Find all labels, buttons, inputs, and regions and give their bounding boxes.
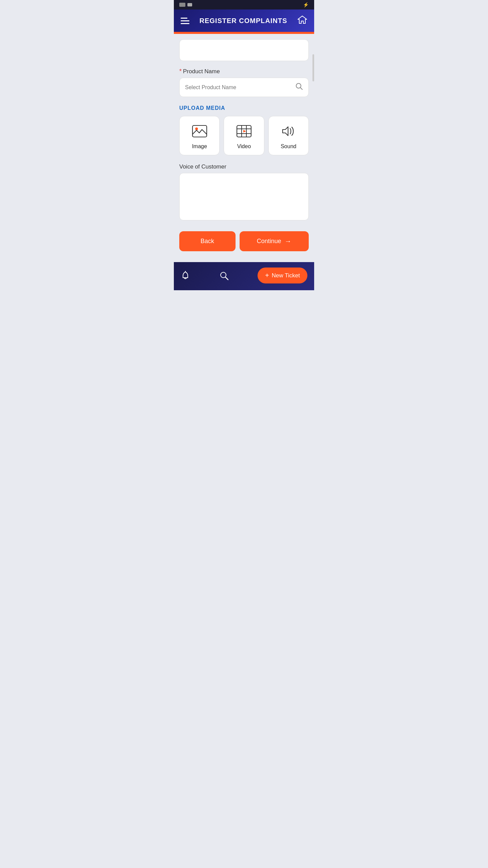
product-name-input-wrapper[interactable] (179, 78, 309, 97)
page-title: REGISTER COMPLAINTS (199, 17, 287, 25)
product-name-text: Product Name (183, 68, 220, 75)
voc-textarea[interactable] (179, 173, 309, 220)
new-ticket-label: New Ticket (272, 272, 300, 279)
sound-upload-button[interactable]: Sound (268, 116, 309, 155)
product-search-icon[interactable] (296, 83, 303, 92)
back-button[interactable]: Back (179, 231, 236, 251)
image-icon (191, 123, 208, 139)
status-bar: ⚡ (174, 0, 314, 9)
media-buttons-group: Image Video (179, 116, 309, 155)
continue-label: Continue (257, 238, 281, 245)
notification-icon[interactable] (181, 271, 190, 280)
image-button-label: Image (192, 143, 207, 150)
continue-button[interactable]: Continue → (240, 231, 309, 251)
required-star: * (179, 68, 182, 75)
top-input-field[interactable] (179, 39, 309, 61)
app-header: REGISTER COMPLAINTS (174, 9, 314, 33)
upload-media-title: UPLOAD MEDIA (179, 105, 309, 111)
status-right: ⚡ (303, 2, 309, 7)
video-icon (236, 123, 252, 139)
battery-icon: ⚡ (303, 2, 309, 7)
main-content: * Product Name UPLOAD MEDIA Image (174, 34, 314, 262)
home-icon[interactable] (297, 15, 307, 26)
menu-button[interactable] (181, 18, 189, 24)
new-ticket-button[interactable]: + New Ticket (258, 268, 307, 283)
svg-point-11 (221, 272, 226, 278)
product-name-label: * Product Name (179, 68, 309, 75)
svg-line-1 (301, 88, 303, 90)
signal-icon (179, 3, 185, 7)
action-buttons: Back Continue → (179, 231, 309, 251)
continue-arrow-icon: → (285, 237, 291, 245)
product-name-input[interactable] (185, 84, 296, 91)
wifi-icon (187, 3, 192, 6)
scroll-indicator (312, 54, 314, 81)
voc-label: Voice of Customer (179, 163, 309, 170)
image-upload-button[interactable]: Image (179, 116, 220, 155)
svg-marker-9 (243, 130, 246, 133)
video-upload-button[interactable]: Video (224, 116, 264, 155)
sound-icon (280, 123, 297, 139)
status-left (179, 3, 192, 7)
new-ticket-plus-icon: + (265, 272, 269, 279)
svg-rect-2 (192, 125, 207, 137)
bottom-navigation: + New Ticket (174, 262, 314, 290)
search-nav-icon[interactable] (219, 271, 229, 280)
svg-line-12 (225, 277, 228, 280)
svg-point-3 (195, 127, 198, 130)
sound-button-label: Sound (281, 143, 296, 150)
video-button-label: Video (237, 143, 251, 150)
